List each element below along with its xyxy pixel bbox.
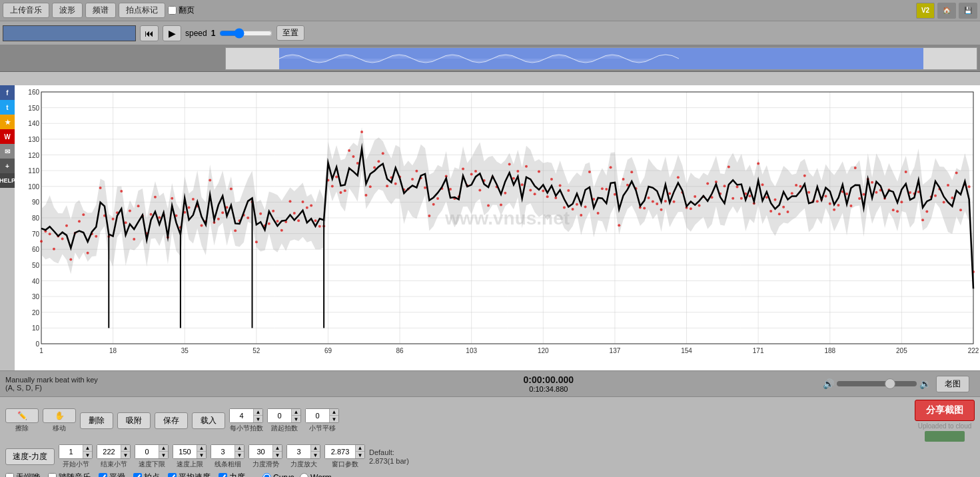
worm-radio[interactable] [300, 473, 308, 477]
page-flip-checkbox[interactable] [168, 6, 177, 15]
waveform-btn[interactable]: 波形 [52, 3, 83, 18]
window-param-up[interactable]: ▲ [355, 445, 364, 452]
beat-checkbox[interactable] [133, 473, 142, 477]
start-beat-down[interactable]: ▼ [291, 416, 300, 422]
chart-container [15, 85, 980, 370]
beat-text: 拍点 [144, 472, 160, 477]
delete-btn[interactable]: 删除 [80, 412, 113, 429]
mail-icon[interactable]: ✉ [0, 144, 15, 159]
erase-btn[interactable]: ✏️ [5, 408, 39, 423]
avg-speed-text: 平均速度 [179, 472, 211, 477]
bar-shift-label: 小节平移 [309, 424, 336, 433]
play-btn[interactable]: ▶ [163, 25, 181, 41]
line-width-up[interactable]: ▲ [235, 445, 244, 452]
end-bar-spinner: ▲ ▼ [97, 444, 131, 459]
beats-per-bar-arrows: ▲ ▼ [253, 409, 262, 422]
speed-slider[interactable] [219, 28, 272, 39]
force-smooth-down[interactable]: ▼ [272, 452, 282, 458]
start-beat-input[interactable] [268, 409, 291, 422]
bar-shift-down[interactable]: ▼ [329, 416, 338, 422]
no-sound-checkbox[interactable] [5, 473, 14, 477]
speed-lower-input[interactable] [135, 445, 159, 458]
move-btn[interactable]: ✋ [43, 408, 76, 423]
volume-track[interactable] [837, 381, 917, 386]
beats-per-bar-input[interactable] [230, 409, 253, 422]
plus-icon[interactable]: + [0, 159, 15, 173]
volume-slider-group: 🔊 🔉 [823, 378, 931, 389]
force-smooth-spinner: ▲ ▼ [248, 444, 282, 459]
end-bar-up[interactable]: ▲ [121, 445, 130, 452]
speed-lower-arrows: ▲ ▼ [159, 445, 168, 458]
speed-lower-up[interactable]: ▲ [159, 445, 168, 452]
follow-music-label: 踏随音乐 [48, 472, 91, 477]
force-mag-input[interactable] [287, 445, 310, 458]
curve-radio[interactable] [262, 473, 271, 477]
speed-upper-up[interactable]: ▲ [197, 445, 206, 452]
rewind-btn[interactable]: ⏮ [140, 25, 159, 41]
speed-lower-spinner: ▲ ▼ [135, 444, 169, 459]
speed-upper-down[interactable]: ▼ [197, 452, 206, 458]
speed-force-btn[interactable]: 速度-力度 [5, 448, 55, 465]
start-bar-up[interactable]: ▲ [83, 445, 92, 452]
force-text: 力度 [229, 472, 245, 477]
spectrum-btn[interactable]: 频谱 [85, 3, 116, 18]
start-beat-up[interactable]: ▲ [291, 409, 300, 416]
top-toolbar: 上传音乐 波形 频谱 拍点标记 翻页 V2 🏠 💾 [0, 0, 980, 21]
volume-thumb[interactable] [885, 378, 895, 389]
weibo-icon[interactable]: W [0, 129, 15, 144]
end-bar-input[interactable] [97, 445, 121, 458]
status-text: Manually mark beat with key (A, S, D, F) [5, 376, 274, 392]
time-display-group: 0:00:00.000 0:10:34.880 [280, 374, 817, 393]
force-mag-down[interactable]: ▼ [310, 452, 320, 458]
bar-shift-input[interactable] [306, 409, 329, 422]
force-mag-up[interactable]: ▲ [310, 445, 320, 452]
waveform-svg [279, 47, 923, 70]
twitter-icon[interactable]: t [0, 100, 15, 115]
smooth-checkbox[interactable] [99, 473, 107, 477]
force-checkbox[interactable] [219, 473, 227, 477]
default-label: Default: [369, 448, 409, 456]
avg-speed-checkbox[interactable] [168, 473, 177, 477]
window-param-spinner: ▲ ▼ [324, 444, 365, 459]
save-icon[interactable]: 💾 [959, 3, 977, 19]
line-width-down[interactable]: ▼ [235, 452, 244, 458]
start-beat-spinner: ▲ ▼ [267, 408, 301, 423]
beats-per-bar-down[interactable]: ▼ [253, 416, 262, 422]
speed-lower-down[interactable]: ▼ [159, 452, 168, 458]
start-bar-input[interactable] [59, 445, 83, 458]
bar-shift-up[interactable]: ▲ [329, 409, 338, 416]
speed-label: speed [185, 29, 207, 38]
default-info: Default: 2.873(1 bar) [369, 448, 409, 465]
share-btn[interactable]: 分享截图 [915, 400, 975, 421]
v2-icon[interactable]: V2 [916, 3, 935, 19]
song-name-input[interactable]: 张龚展再视频 [3, 25, 136, 41]
star-icon[interactable]: ★ [0, 115, 15, 129]
force-smooth-up[interactable]: ▲ [272, 445, 282, 452]
force-mag-arrows: ▲ ▼ [310, 445, 320, 458]
help-icon[interactable]: HELP [0, 173, 15, 188]
follow-music-checkbox[interactable] [48, 473, 57, 477]
window-param-down[interactable]: ▼ [355, 452, 364, 458]
upload-music-btn[interactable]: 上传音乐 [3, 3, 49, 18]
speed-lower-label: 速度下限 [139, 460, 165, 469]
facebook-icon[interactable]: f [0, 85, 15, 100]
waveform-track[interactable] [225, 47, 977, 70]
save-btn[interactable]: 保存 [155, 412, 188, 429]
bar-shift-arrows: ▲ ▼ [329, 409, 338, 422]
attach-btn[interactable]: 吸附 [117, 412, 151, 429]
speed-upper-input[interactable] [173, 445, 197, 458]
instruction-line2: (A, S, D, F) [5, 384, 274, 392]
home-icon[interactable]: 🏠 [937, 3, 956, 19]
load-btn[interactable]: 载入 [192, 412, 225, 429]
force-smooth-input[interactable] [249, 445, 272, 458]
start-bar-down[interactable]: ▼ [83, 452, 92, 458]
back-btn[interactable]: 老图 [936, 376, 969, 392]
line-width-input[interactable] [211, 445, 235, 458]
end-bar-down[interactable]: ▼ [121, 452, 130, 458]
window-param-input[interactable] [325, 445, 355, 458]
beats-per-bar-up[interactable]: ▲ [253, 409, 262, 416]
main-chart[interactable] [15, 85, 980, 370]
beat-mark-btn[interactable]: 拍点标记 [119, 3, 165, 18]
confirm-btn[interactable]: 至置 [276, 25, 304, 41]
erase-label: 擦除 [15, 424, 29, 433]
